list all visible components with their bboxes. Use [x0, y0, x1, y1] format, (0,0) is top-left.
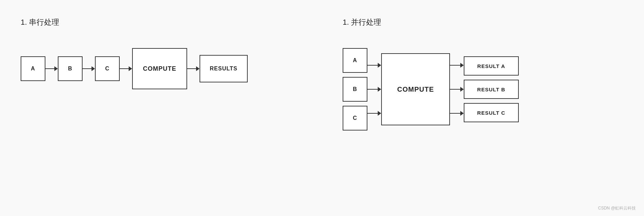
parallel-outputs: RESULT A RESULT B RESULT C [464, 56, 519, 122]
serial-node-b: B [58, 56, 83, 81]
arrow-in-b [367, 86, 381, 93]
serial-title: 1. 串行处理 [21, 17, 301, 27]
parallel-input-b: B [343, 77, 367, 102]
arrow-compute-results [187, 65, 200, 72]
serial-node-c: C [95, 56, 120, 81]
arrow-in-c [367, 110, 381, 117]
arrow-a-b [45, 65, 58, 72]
parallel-flow: A B C COMPUTE [343, 48, 623, 130]
parallel-output-b: RESULT B [464, 80, 519, 99]
serial-flow: A B C COMPUTE RESULTS [21, 48, 301, 89]
parallel-title: 1. 并行处理 [343, 17, 623, 27]
page-container: 1. 串行处理 A B C COMPUTE RESULTS [0, 0, 644, 216]
watermark: CSDN @虹科云科技 [598, 205, 636, 211]
serial-compute-box: COMPUTE [132, 48, 187, 89]
arrow-out-a [450, 62, 464, 69]
parallel-inputs: A B C [343, 48, 367, 130]
arrows-out [450, 53, 464, 125]
arrow-in-a [367, 62, 381, 69]
parallel-input-a: A [343, 48, 367, 73]
arrow-out-c [450, 110, 464, 117]
arrow-c-compute [120, 65, 132, 72]
serial-results-box: RESULTS [200, 55, 248, 82]
arrow-b-c [83, 65, 95, 72]
parallel-input-c: C [343, 106, 367, 130]
parallel-section: 1. 并行处理 A B C COMPUT [322, 0, 644, 216]
arrows-in [367, 53, 381, 125]
arrow-out-b [450, 86, 464, 93]
parallel-compute-box: COMPUTE [381, 53, 450, 125]
parallel-output-a: RESULT A [464, 56, 519, 76]
parallel-output-c: RESULT C [464, 103, 519, 122]
serial-node-a: A [21, 56, 45, 81]
serial-section: 1. 串行处理 A B C COMPUTE RESULTS [0, 0, 322, 216]
